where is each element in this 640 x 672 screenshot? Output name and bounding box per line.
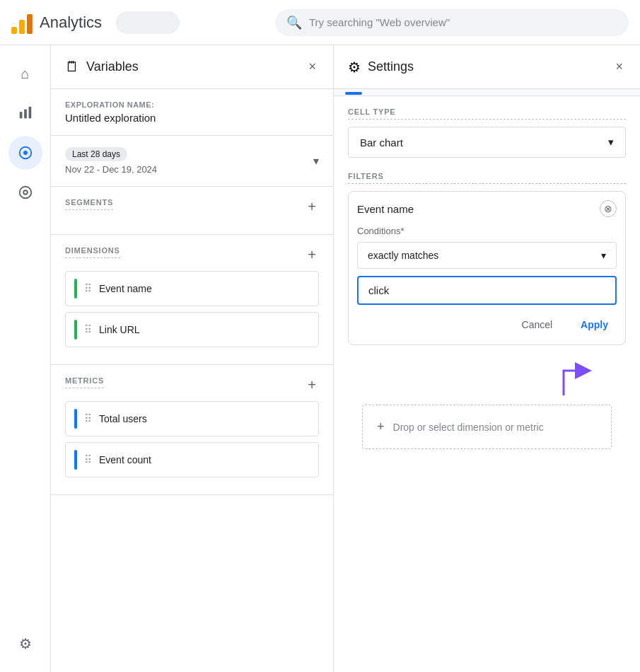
apply-button[interactable]: Apply xyxy=(572,313,617,336)
search-placeholder: Try searching "Web overview" xyxy=(309,16,450,28)
main-layout: ⌂ ⚙ 🗒 Variables × EXPLORATION NAME: xyxy=(0,45,640,672)
drop-plus-icon: + xyxy=(377,419,385,434)
sidebar-item-reports[interactable] xyxy=(8,96,42,130)
date-range-section[interactable]: Last 28 days Nov 22 - Dec 19, 2024 ▾ xyxy=(51,136,333,187)
filter-remove-button[interactable]: ⊗ xyxy=(600,200,617,217)
segments-section: SEGMENTS + xyxy=(51,187,333,235)
active-tab-indicator xyxy=(345,92,362,95)
app-title: Analytics xyxy=(40,13,102,32)
exploration-name-label: EXPLORATION NAME: xyxy=(65,100,319,109)
purple-arrow-icon xyxy=(557,357,592,399)
date-badge: Last 28 days xyxy=(65,147,127,161)
filters-label: FILTERS xyxy=(348,172,626,184)
settings-panel-title: Settings xyxy=(368,59,414,74)
conditions-chevron-icon: ▾ xyxy=(601,250,606,261)
svg-point-4 xyxy=(23,151,28,155)
dimensions-label: DIMENSIONS xyxy=(65,246,120,258)
metric-item-total-users[interactable]: ⠿ Total users xyxy=(65,401,319,436)
dimensions-header-row: DIMENSIONS + xyxy=(65,246,319,264)
top-navigation: Analytics 🔍 Try searching "Web overview" xyxy=(0,0,640,45)
filter-remove-icon: ⊗ xyxy=(604,203,612,214)
metric-label: Event count xyxy=(99,454,151,465)
dimension-label: Link URL xyxy=(99,324,140,335)
exploration-name-section: EXPLORATION NAME: Untitled exploration xyxy=(51,89,333,136)
filter-actions: Cancel Apply xyxy=(357,313,617,336)
exploration-name-value: Untitled exploration xyxy=(65,112,319,124)
drop-zone[interactable]: + Drop or select dimension or metric xyxy=(362,405,612,449)
add-dimension-button[interactable]: + xyxy=(305,247,319,263)
grid-icon: ⠿ xyxy=(84,453,92,466)
date-range-inner: Last 28 days Nov 22 - Dec 19, 2024 xyxy=(65,147,313,175)
metrics-header-row: METRICS + xyxy=(65,376,319,394)
segments-label: SEGMENTS xyxy=(65,198,113,210)
settings-top-indicator-bar xyxy=(334,89,640,96)
filter-box: Event name ⊗ Conditions* exactly matches… xyxy=(348,191,626,345)
variables-panel: 🗒 Variables × EXPLORATION NAME: Untitled… xyxy=(51,45,334,672)
cell-type-dropdown[interactable]: Bar chart ▾ xyxy=(348,127,626,158)
sidebar-navigation: ⌂ ⚙ xyxy=(0,45,51,672)
grid-icon: ⠿ xyxy=(84,412,92,425)
account-pill[interactable] xyxy=(116,11,180,34)
svg-point-5 xyxy=(19,187,31,199)
grid-icon: ⠿ xyxy=(84,282,92,295)
settings-panel: ⚙ Settings × CELL TYPE Bar chart ▾ xyxy=(334,45,640,672)
settings-content: CELL TYPE Bar chart ▾ FILTERS Event name… xyxy=(334,96,640,672)
settings-close-button[interactable]: × xyxy=(612,57,626,77)
sidebar-item-explore[interactable] xyxy=(8,136,42,170)
add-metric-button[interactable]: + xyxy=(305,377,319,393)
settings-title-area: ⚙ Settings xyxy=(348,59,414,76)
conditions-label: Conditions* xyxy=(357,226,617,236)
add-segment-button[interactable]: + xyxy=(305,199,319,215)
cell-type-section: CELL TYPE Bar chart ▾ xyxy=(348,108,626,158)
filter-name: Event name xyxy=(357,203,414,215)
conditions-value: exactly matches xyxy=(368,250,438,261)
conditions-dropdown[interactable]: exactly matches ▾ xyxy=(357,242,617,269)
arrow-container xyxy=(348,357,626,399)
dimensions-section: DIMENSIONS + ⠿ Event name ⠿ Link URL xyxy=(51,235,333,365)
svg-rect-1 xyxy=(24,110,27,119)
search-icon: 🔍 xyxy=(286,15,302,30)
variables-close-button[interactable]: × xyxy=(306,57,319,77)
filters-section: FILTERS Event name ⊗ Conditions* exactly… xyxy=(348,172,626,449)
metrics-label: METRICS xyxy=(65,376,104,388)
metrics-section: METRICS + ⠿ Total users ⠿ Event count xyxy=(51,365,333,495)
dimension-item-event-name[interactable]: ⠿ Event name xyxy=(65,271,319,306)
cell-type-chevron-icon: ▾ xyxy=(608,136,614,149)
cancel-button[interactable]: Cancel xyxy=(513,313,562,336)
logo-area: Analytics xyxy=(11,11,102,34)
date-range-value: Nov 22 - Dec 19, 2024 xyxy=(65,164,313,175)
variables-panel-icon: 🗒 xyxy=(65,59,79,75)
dimension-color-indicator xyxy=(74,279,77,299)
variables-panel-title: Variables xyxy=(86,59,139,74)
svg-rect-0 xyxy=(19,112,22,118)
metric-color-indicator xyxy=(74,409,77,429)
sidebar-item-settings[interactable]: ⚙ xyxy=(8,627,42,661)
search-bar[interactable]: 🔍 Try searching "Web overview" xyxy=(275,9,629,36)
settings-panel-header: ⚙ Settings × xyxy=(334,45,640,89)
content-area: 🗒 Variables × EXPLORATION NAME: Untitled… xyxy=(51,45,640,672)
dimension-item-link-url[interactable]: ⠿ Link URL xyxy=(65,312,319,347)
settings-panel-icon: ⚙ xyxy=(348,59,361,76)
sidebar-item-home[interactable]: ⌂ xyxy=(8,57,42,91)
grid-icon: ⠿ xyxy=(84,323,92,336)
metric-item-event-count[interactable]: ⠿ Event count xyxy=(65,442,319,477)
metric-color-indicator xyxy=(74,450,77,470)
segments-header-row: SEGMENTS + xyxy=(65,198,319,216)
cell-type-value: Bar chart xyxy=(360,137,403,149)
metric-label: Total users xyxy=(99,413,147,424)
variables-panel-header: 🗒 Variables × xyxy=(51,45,333,89)
dimension-label: Event name xyxy=(99,283,152,294)
filter-value-input[interactable] xyxy=(357,276,617,305)
variables-title-area: 🗒 Variables xyxy=(65,59,139,75)
svg-point-6 xyxy=(23,190,28,195)
drop-zone-label: Drop or select dimension or metric xyxy=(393,422,544,433)
date-range-chevron-icon[interactable]: ▾ xyxy=(313,154,319,168)
svg-rect-2 xyxy=(28,107,31,119)
analytics-logo xyxy=(11,11,33,34)
dimension-color-indicator xyxy=(74,320,77,340)
filter-header: Event name ⊗ xyxy=(357,200,617,217)
sidebar-item-advertising[interactable] xyxy=(8,175,42,209)
cell-type-label: CELL TYPE xyxy=(348,108,626,120)
